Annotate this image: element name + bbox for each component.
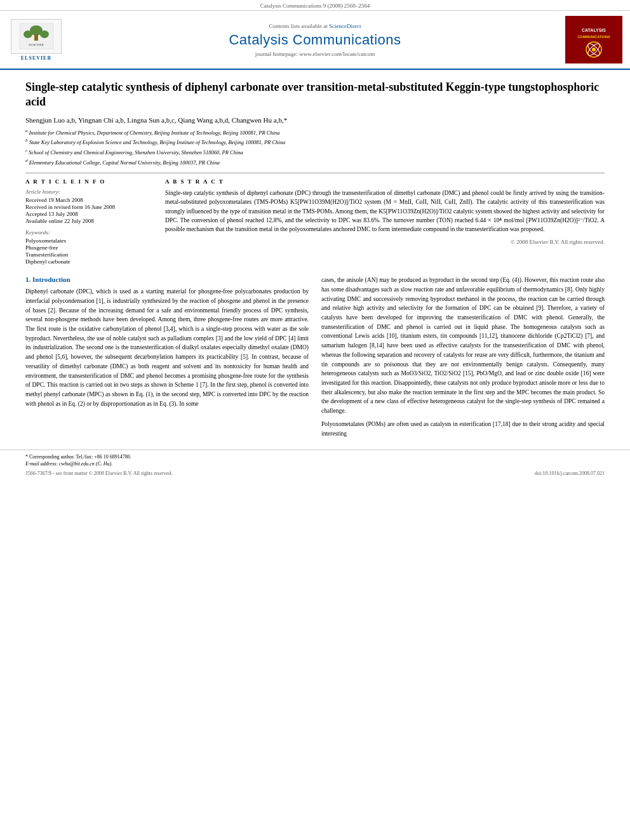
elsevier-tree-icon: ELSEVIER bbox=[19, 23, 54, 50]
keyword-3: Transesterification bbox=[25, 251, 152, 258]
affiliation-d: d Elementary Educational College, Capita… bbox=[25, 157, 605, 167]
svg-point-3 bbox=[23, 30, 32, 38]
svg-text:ELSEVIER: ELSEVIER bbox=[29, 43, 44, 46]
authors-line: Shengjun Luo a,b, Yingnan Chi a,b, Lingn… bbox=[25, 116, 605, 124]
svg-text:COMMUNICATIONS: COMMUNICATIONS bbox=[577, 35, 610, 39]
main-content: Single-step catalytic synthesis of diphe… bbox=[0, 70, 630, 265]
doi-text: doi:10.1016/j.catcom.2008.07.021 bbox=[535, 470, 605, 476]
sciencedirect-link[interactable]: ScienceDirect bbox=[329, 23, 361, 29]
svg-rect-6 bbox=[569, 18, 619, 62]
copyright-notice: © 2008 Elsevier B.V. All rights reserved… bbox=[165, 239, 605, 245]
catalysis-journal-logo: CATALYSIS COMMUNICATIONS bbox=[565, 16, 622, 63]
received-date: Received 19 March 2008 bbox=[25, 197, 152, 203]
body-content: 1. Introduction Diphenyl carbonate (DPC)… bbox=[0, 276, 630, 442]
revised-date: Received in revised form 16 June 2008 bbox=[25, 204, 152, 210]
section-divider bbox=[25, 173, 605, 173]
abstract-text: Single-step catalytic synthesis of diphe… bbox=[165, 189, 605, 234]
article-info-heading: A R T I C L E I N F O bbox=[25, 178, 152, 185]
affiliation-c: c School of Chemistry and Chemical Engin… bbox=[25, 147, 605, 157]
email-note: E-mail address: cwhu@bit.edu.cn (C. Hu). bbox=[25, 461, 605, 467]
keyword-2: Phosgene-free bbox=[25, 244, 152, 251]
catalysis-logo-graphic: CATALYSIS COMMUNICATIONS bbox=[569, 18, 619, 62]
svg-rect-2 bbox=[34, 34, 38, 41]
citation-bar: Catalysis Communications 9 (2008) 2560–2… bbox=[0, 0, 630, 11]
online-date: Available online 22 July 2008 bbox=[25, 218, 152, 224]
article-info-column: A R T I C L E I N F O Article history: R… bbox=[25, 178, 152, 265]
body-col-left: 1. Introduction Diphenyl carbonate (DPC)… bbox=[25, 276, 309, 442]
footer-section: * Corresponding author. Tel./fax: +86 10… bbox=[0, 450, 630, 476]
keyword-1: Polyoxometalates bbox=[25, 237, 152, 244]
info-abstract-columns: A R T I C L E I N F O Article history: R… bbox=[25, 178, 605, 265]
issn-text: 1566-7367/$ - see front matter © 2008 El… bbox=[25, 470, 172, 476]
journal-header: ELSEVIER ELSEVIER Contents lists availab… bbox=[0, 11, 630, 70]
body-col-right: cases, the anisole (AN) may be produced … bbox=[321, 276, 605, 442]
corresponding-author-note: * Corresponding author. Tel./fax: +86 10… bbox=[25, 454, 605, 460]
footer-bar: 1566-7367/$ - see front matter © 2008 El… bbox=[25, 470, 605, 476]
affiliations: a Institute for Chemical Physics, Depart… bbox=[25, 128, 605, 166]
keywords-section: Keywords: Polyoxometalates Phosgene-free… bbox=[25, 229, 152, 265]
body-col1-text1: Diphenyl carbonate (DPC), which is used … bbox=[25, 287, 309, 408]
keywords-heading: Keywords: bbox=[25, 229, 152, 236]
affiliation-a: a Institute for Chemical Physics, Depart… bbox=[25, 128, 605, 137]
elsevier-emblem: ELSEVIER bbox=[11, 19, 62, 54]
elsevier-logo: ELSEVIER ELSEVIER bbox=[8, 19, 65, 61]
body-col2-text1: cases, the anisole (AN) may be produced … bbox=[321, 276, 605, 416]
svg-text:CATALYSIS: CATALYSIS bbox=[582, 28, 606, 32]
affiliation-b: b State Key Laboratory of Explosion Scie… bbox=[25, 137, 605, 147]
keyword-4: Diphenyl carbonate bbox=[25, 258, 152, 265]
sciencedirect-line: Contents lists available at ScienceDirec… bbox=[65, 23, 565, 29]
journal-homepage: journal homepage: www.elsevier.com/locat… bbox=[65, 51, 565, 57]
body-col2-text2: Polyoxometalates (POMs) are often used a… bbox=[321, 420, 605, 438]
svg-point-4 bbox=[40, 30, 49, 38]
citation-text: Catalysis Communications 9 (2008) 2560–2… bbox=[260, 3, 370, 9]
elsevier-text-label: ELSEVIER bbox=[21, 55, 51, 61]
article-title: Single-step catalytic synthesis of diphe… bbox=[25, 80, 605, 110]
section1-title: 1. Introduction bbox=[25, 276, 309, 283]
accepted-date: Accepted 13 July 2008 bbox=[25, 211, 152, 217]
svg-point-10 bbox=[592, 48, 596, 51]
journal-center: Contents lists available at ScienceDirec… bbox=[65, 23, 565, 57]
body-columns: 1. Introduction Diphenyl carbonate (DPC)… bbox=[25, 276, 605, 442]
journal-title: Catalysis Communications bbox=[65, 32, 565, 48]
article-history-label: Article history: bbox=[25, 189, 152, 195]
abstract-column: A B S T R A C T Single-step catalytic sy… bbox=[165, 178, 605, 265]
abstract-heading: A B S T R A C T bbox=[165, 178, 605, 185]
